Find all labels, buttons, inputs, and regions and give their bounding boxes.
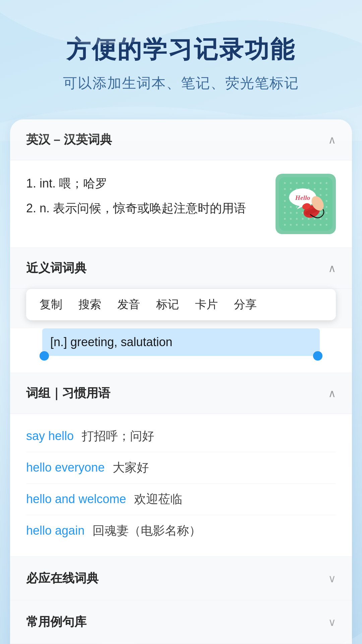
svg-point-60 bbox=[302, 224, 303, 226]
page-subtitle: 可以添加生词本、笔记、荧光笔标记 bbox=[20, 74, 342, 93]
selection-handle-right bbox=[313, 351, 322, 361]
svg-point-4 bbox=[302, 182, 303, 184]
svg-point-53 bbox=[308, 218, 309, 220]
definition-line-1: 1. int. 喂；哈罗 bbox=[26, 174, 265, 193]
svg-point-2 bbox=[290, 182, 292, 184]
hello-image: Hello bbox=[276, 174, 336, 234]
svg-point-40 bbox=[326, 206, 327, 208]
svg-point-14 bbox=[314, 188, 315, 190]
phrase-en-2: hello and welcome bbox=[26, 492, 126, 506]
phrase-en-3: hello again bbox=[26, 524, 84, 538]
svg-point-15 bbox=[320, 188, 321, 190]
phrases-section: 词组｜习惯用语 ∧ say hello 打招呼；问好 hello everyon… bbox=[10, 373, 352, 556]
svg-point-6 bbox=[314, 182, 315, 184]
context-menu: 复制 搜索 发音 标记 卡片 分享 bbox=[26, 289, 336, 320]
svg-point-24 bbox=[326, 194, 327, 196]
svg-point-64 bbox=[326, 224, 327, 226]
svg-point-1 bbox=[284, 182, 286, 184]
svg-point-63 bbox=[320, 224, 321, 226]
phrase-item-1[interactable]: hello everyone 大家好 bbox=[26, 452, 336, 484]
main-card: 英汉 – 汉英词典 ∧ 1. int. 喂；哈罗 2. n. 表示问候，惊奇或唤… bbox=[10, 119, 352, 644]
svg-point-35 bbox=[296, 206, 298, 208]
bottom-sections: 必应在线词典 ∨ 常用例句库 ∨ 听力原声例句 + bbox=[10, 556, 352, 644]
phrase-en-0: say hello bbox=[26, 429, 74, 443]
svg-point-51 bbox=[296, 218, 298, 220]
svg-point-23 bbox=[320, 194, 321, 196]
synonyms-section-title: 近义词词典 bbox=[26, 260, 86, 276]
phrases-chevron-icon: ∧ bbox=[328, 387, 336, 400]
svg-point-42 bbox=[290, 212, 292, 214]
svg-point-48 bbox=[326, 212, 327, 214]
synonyms-section: 近义词词典 ∧ 复制 搜索 发音 标记 卡片 分享 [n.] greeting,… bbox=[10, 248, 352, 373]
phrase-zh-1: 大家好 bbox=[113, 460, 149, 476]
svg-point-44 bbox=[302, 212, 303, 214]
phrases-section-title: 词组｜习惯用语 bbox=[26, 385, 110, 401]
svg-point-8 bbox=[326, 182, 327, 184]
selection-handle-left bbox=[40, 351, 49, 361]
page-title: 方便的学习记录功能 bbox=[20, 34, 342, 66]
svg-point-54 bbox=[314, 218, 315, 220]
svg-point-62 bbox=[314, 224, 315, 226]
svg-point-5 bbox=[308, 182, 309, 184]
synonyms-chevron-icon: ∧ bbox=[328, 262, 336, 275]
definition-card: 1. int. 喂；哈罗 2. n. 表示问候，惊奇或唤起注意时的用语 bbox=[10, 160, 352, 248]
svg-point-58 bbox=[290, 224, 292, 226]
bottom-section-title-0: 必应在线词典 bbox=[26, 570, 99, 587]
bottom-section-title-1: 常用例句库 bbox=[26, 614, 86, 630]
definition-line-2: 2. n. 表示问候，惊奇或唤起注意时的用语 bbox=[26, 199, 265, 218]
header-section: 方便的学习记录功能 可以添加生词本、笔记、荧光笔标记 bbox=[0, 0, 362, 113]
svg-point-34 bbox=[290, 206, 292, 208]
bottom-section-0[interactable]: 必应在线词典 ∨ bbox=[10, 557, 352, 600]
svg-point-61 bbox=[308, 224, 309, 226]
svg-point-10 bbox=[290, 188, 292, 190]
context-menu-mark[interactable]: 标记 bbox=[156, 297, 179, 312]
svg-point-59 bbox=[296, 224, 298, 226]
context-menu-card[interactable]: 卡片 bbox=[195, 297, 218, 312]
phrase-zh-0: 打招呼；问好 bbox=[82, 428, 154, 444]
svg-point-56 bbox=[326, 218, 327, 220]
phrase-item-2[interactable]: hello and welcome 欢迎莅临 bbox=[26, 484, 336, 515]
svg-point-7 bbox=[320, 182, 321, 184]
phrase-item-0[interactable]: say hello 打招呼；问好 bbox=[26, 421, 336, 452]
svg-point-52 bbox=[302, 218, 303, 220]
svg-point-17 bbox=[284, 194, 286, 196]
chevron-down-icon-1: ∨ bbox=[328, 616, 336, 629]
dict-section-title: 英汉 – 汉英词典 bbox=[26, 131, 112, 148]
selected-text: [n.] greeting, salutation bbox=[42, 328, 320, 356]
svg-point-9 bbox=[284, 188, 286, 190]
dict-section-header[interactable]: 英汉 – 汉英词典 ∧ bbox=[10, 119, 352, 160]
svg-point-33 bbox=[284, 206, 286, 208]
definition-text: 1. int. 喂；哈罗 2. n. 表示问候，惊奇或唤起注意时的用语 bbox=[26, 174, 265, 223]
phrases-section-header[interactable]: 词组｜习惯用语 ∧ bbox=[10, 373, 352, 414]
synonyms-section-header[interactable]: 近义词词典 ∧ bbox=[10, 248, 352, 289]
svg-point-41 bbox=[284, 212, 286, 214]
svg-point-3 bbox=[296, 182, 298, 184]
phrase-list: say hello 打招呼；问好 hello everyone 大家好 hell… bbox=[10, 414, 352, 556]
context-menu-copy[interactable]: 复制 bbox=[40, 297, 62, 312]
svg-point-25 bbox=[284, 200, 286, 202]
dict-chevron-icon: ∧ bbox=[328, 133, 336, 146]
svg-point-32 bbox=[326, 200, 327, 202]
context-menu-share[interactable]: 分享 bbox=[234, 297, 257, 312]
svg-point-50 bbox=[290, 218, 292, 220]
phrase-zh-3: 回魂妻（电影名称） bbox=[93, 523, 201, 539]
svg-point-43 bbox=[296, 212, 298, 214]
chevron-down-icon-0: ∨ bbox=[328, 572, 336, 585]
phrase-en-1: hello everyone bbox=[26, 461, 105, 475]
phrase-item-3[interactable]: hello again 回魂妻（电影名称） bbox=[26, 515, 336, 546]
svg-point-16 bbox=[326, 188, 327, 190]
phrase-zh-2: 欢迎莅临 bbox=[134, 491, 182, 507]
svg-point-55 bbox=[320, 218, 321, 220]
svg-point-57 bbox=[284, 224, 286, 226]
svg-text:Hello: Hello bbox=[295, 194, 310, 201]
context-menu-search[interactable]: 搜索 bbox=[78, 297, 101, 312]
svg-point-49 bbox=[284, 218, 286, 220]
bottom-section-1[interactable]: 常用例句库 ∨ bbox=[10, 600, 352, 644]
svg-point-47 bbox=[320, 212, 321, 214]
context-menu-pronounce[interactable]: 发音 bbox=[117, 297, 140, 312]
